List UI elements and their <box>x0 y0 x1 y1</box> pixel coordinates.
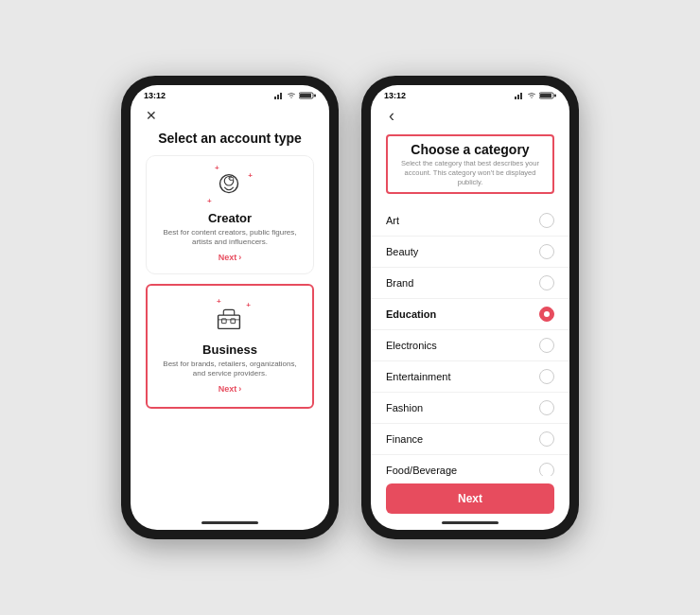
business-card-icon: + + <box>211 299 249 337</box>
category-label-6: Fashion <box>386 402 423 413</box>
category-label-0: Art <box>386 215 399 226</box>
svg-rect-14 <box>517 95 519 99</box>
nav-bar-1: ✕ <box>131 102 329 131</box>
phone-2-screen: 13:12 <box>371 85 569 530</box>
category-item-fashion[interactable]: Fashion <box>371 393 569 424</box>
next-button[interactable]: Next <box>386 483 554 514</box>
business-name: Business <box>202 343 257 357</box>
category-item-brand[interactable]: Brand <box>371 268 569 299</box>
creator-card[interactable]: + + + Creator Best for content creators,… <box>146 155 314 274</box>
phone-2: 13:12 <box>361 76 579 539</box>
svg-rect-5 <box>314 95 316 97</box>
category-item-electronics[interactable]: Electronics <box>371 330 569 361</box>
category-label-4: Electronics <box>386 340 437 351</box>
category-item-finance[interactable]: Finance <box>371 424 569 455</box>
svg-rect-4 <box>300 94 311 97</box>
plus-deco-3: + <box>207 197 212 205</box>
radio-8[interactable] <box>539 463 554 476</box>
svg-rect-2 <box>280 93 282 99</box>
screen-content-1: Select an account type + + + <box>131 131 329 521</box>
category-label-5: Entertainment <box>386 371 450 382</box>
status-icons-1 <box>274 92 316 99</box>
category-item-art[interactable]: Art <box>371 205 569 237</box>
creator-next[interactable]: Next › <box>219 253 242 262</box>
radio-2[interactable] <box>539 275 554 290</box>
category-header: Choose a category Select the category th… <box>371 131 569 205</box>
svg-rect-17 <box>540 94 551 97</box>
biz-plus-1: + <box>217 297 221 306</box>
phone-1-screen: 13:12 <box>131 85 329 530</box>
signal-icon <box>274 92 284 99</box>
screen-title-1: Select an account type <box>158 131 302 146</box>
svg-rect-15 <box>520 93 522 99</box>
category-item-beauty[interactable]: Beauty <box>371 237 569 268</box>
nav-bar-2: ‹ <box>371 102 569 131</box>
svg-rect-1 <box>277 95 279 99</box>
status-icons-2 <box>515 92 556 99</box>
radio-5[interactable] <box>539 369 554 384</box>
biz-plus-2: + <box>246 301 251 309</box>
plus-deco-2: + <box>248 171 253 180</box>
status-bar-1: 13:12 <box>131 85 329 102</box>
radio-1[interactable] <box>539 244 554 259</box>
category-subtitle: Select the category that best describes … <box>395 159 545 186</box>
back-button[interactable]: ‹ <box>382 106 401 125</box>
category-list: ArtBeautyBrandEducationElectronicsEntert… <box>371 205 569 476</box>
time-1: 13:12 <box>144 91 166 100</box>
phone-1: 13:12 <box>121 76 339 539</box>
category-item-education[interactable]: Education <box>371 299 569 330</box>
radio-0[interactable] <box>539 213 554 228</box>
creator-desc: Best for content creators, public figure… <box>156 228 304 248</box>
radio-4[interactable] <box>539 338 554 353</box>
category-label-8: Food/Beverage <box>386 465 457 476</box>
category-header-box: Choose a category Select the category th… <box>386 134 554 194</box>
business-desc: Best for brands, retailers, organization… <box>159 360 301 379</box>
signal-icon-2 <box>515 92 524 99</box>
radio-7[interactable] <box>539 431 554 447</box>
status-bar-2: 13:12 <box>371 85 569 102</box>
business-card[interactable]: + + Business Best for brands, retailers,… <box>149 288 310 405</box>
svg-rect-0 <box>274 97 276 99</box>
wifi-icon-2 <box>527 92 536 99</box>
category-title: Choose a category <box>395 142 545 157</box>
home-indicator-2 <box>442 521 499 524</box>
plus-deco-1: + <box>215 164 219 172</box>
category-label-2: Brand <box>386 277 413 289</box>
time-2: 13:12 <box>384 91 406 100</box>
radio-6[interactable] <box>539 400 554 415</box>
business-card-highlight: + + Business Best for brands, retailers,… <box>146 284 314 409</box>
category-label-7: Finance <box>386 433 423 445</box>
battery-icon-1 <box>299 92 316 99</box>
business-next[interactable]: Next › <box>219 384 242 394</box>
creator-name: Creator <box>208 211 252 225</box>
creator-icon-svg <box>211 167 247 203</box>
business-card-wrapper: + + Business Best for brands, retailers,… <box>146 284 314 409</box>
category-label-1: Beauty <box>386 246 418 257</box>
svg-rect-9 <box>230 177 234 180</box>
category-label-3: Education <box>386 308 436 320</box>
category-item-entertainment[interactable]: Entertainment <box>371 361 569 393</box>
home-indicator-1 <box>201 521 258 524</box>
radio-3[interactable] <box>539 307 554 322</box>
svg-rect-13 <box>515 97 516 99</box>
phones-container: 13:12 <box>121 76 579 539</box>
close-button[interactable]: ✕ <box>142 106 161 125</box>
battery-icon-2 <box>539 92 556 99</box>
wifi-icon-1 <box>287 92 296 99</box>
category-item-food-beverage[interactable]: Food/Beverage <box>371 455 569 476</box>
creator-card-icon: + + + <box>211 167 249 205</box>
svg-rect-18 <box>554 95 556 97</box>
